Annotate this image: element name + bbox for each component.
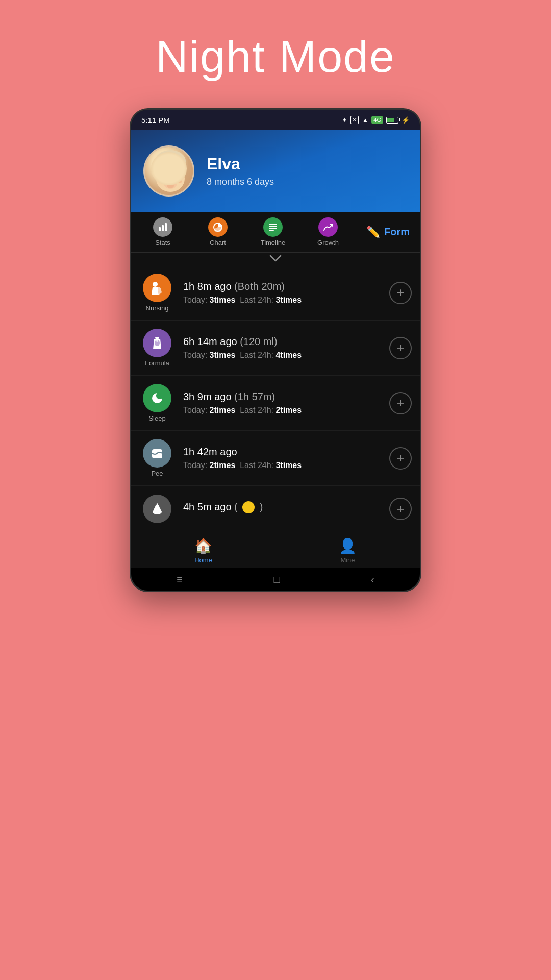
svg-point-0 [155,150,186,173]
formula-content: 6h 14m ago (120 ml) Today: 3times Last 2… [183,336,381,360]
svg-rect-14 [165,223,167,231]
svg-rect-19 [269,230,274,231]
android-home-button[interactable]: □ [273,574,280,585]
pee-add-button[interactable]: + [389,447,412,470]
battery-icon [386,117,398,124]
sleep-time: 3h 9m ago (1h 57m) [183,391,381,403]
mine-icon: 👤 [339,537,357,554]
baby-avatar-image [145,147,193,195]
nursing-label: Nursing [146,304,169,312]
list-item: Pee 1h 42m ago Today: 2times Last 24h: 3… [131,431,420,486]
activity-list: Nursing 1h 8m ago (Both 20m) Today: 3tim… [131,265,420,532]
formula-icon-wrap: Formula [139,329,175,367]
svg-point-4 [173,175,177,179]
growth-tab-label: Growth [317,239,339,247]
avatar [143,145,194,197]
svg-rect-18 [269,228,277,229]
pencil-icon: ✏️ [366,226,380,239]
svg-point-11 [176,179,182,183]
tab-timeline[interactable]: Timeline [245,212,300,253]
bottom-nav: 🏠 Home 👤 Mine [131,532,420,568]
nursing-stats: Today: 3times Last 24h: 3times [183,296,381,305]
svg-point-10 [159,179,165,183]
signal-icon: 4G [371,116,383,124]
tab-growth[interactable]: Growth [300,212,356,253]
svg-rect-16 [269,224,277,225]
form-button[interactable]: ✏️ Form [360,226,416,239]
mine-nav-label: Mine [340,556,355,564]
pee-icon-wrap: Pee [139,439,175,477]
sleep-icon-wrap: Sleep [139,384,175,422]
svg-point-9 [167,183,174,188]
phone-frame: 5:11 PM ✦ ✕ ▲ 4G ⚡ [130,108,421,592]
formula-add-button[interactable]: + [389,337,412,359]
home-nav-label: Home [194,556,212,564]
timeline-tab-label: Timeline [261,239,286,247]
pee-content: 1h 42m ago Today: 2times Last 24h: 3time… [183,446,381,470]
tab-chart[interactable]: Chart [190,212,245,253]
status-icons: ✦ ✕ ▲ 4G ⚡ [342,116,410,124]
list-item: 4h 5m ago ( ) + [131,486,420,532]
formula-icon [143,329,171,357]
tab-group: Stats Chart [135,212,356,253]
baby-info: Elva 8 months 6 days [207,155,408,187]
wifi-icon: ▲ [362,116,368,124]
chevron-row[interactable] [131,253,420,265]
list-item: Nursing 1h 8m ago (Both 20m) Today: 3tim… [131,265,420,321]
svg-rect-1 [155,169,186,174]
sleep-add-button[interactable]: + [389,392,412,414]
list-item: Sleep 3h 9m ago (1h 57m) Today: 2times L… [131,376,420,431]
form-button-label: Form [384,226,410,238]
baby-name: Elva [207,155,408,174]
growth-tab-icon [318,217,338,237]
stats-tab-icon [153,217,172,237]
svg-rect-13 [162,225,164,231]
nursing-content: 1h 8m ago (Both 20m) Today: 3times Last … [183,281,381,305]
tab-stats[interactable]: Stats [135,212,190,253]
sleep-icon [143,384,171,412]
sleep-stats: Today: 2times Last 24h: 2times [183,406,381,415]
nursing-time: 1h 8m ago (Both 20m) [183,281,381,292]
page-title: Night Mode [156,31,395,83]
pee-label: Pee [151,470,163,477]
timeline-tab-icon [263,217,283,237]
home-icon: 🏠 [194,537,212,554]
android-back-button[interactable]: ‹ [371,574,374,585]
pee-icon [143,439,171,468]
status-time: 5:11 PM [141,116,170,125]
sleep-content: 3h 9m ago (1h 57m) Today: 2times Last 24… [183,391,381,415]
formula-time: 6h 14m ago (120 ml) [183,336,381,348]
svg-rect-12 [159,227,161,231]
nav-tabs: Stats Chart [131,212,420,253]
svg-point-20 [153,282,158,287]
bottom-nav-home[interactable]: 🏠 Home [131,532,276,568]
nursing-icon-wrap: Nursing [139,274,175,312]
svg-point-5 [166,176,167,177]
formula-label: Formula [145,359,169,367]
poop-icon [143,495,171,523]
yellow-dot-indicator [242,501,255,513]
chart-tab-label: Chart [210,239,226,247]
formula-stats: Today: 3times Last 24h: 4times [183,351,381,360]
chart-tab-icon [208,217,228,237]
svg-rect-21 [155,337,159,339]
header-section: Elva 8 months 6 days [131,130,420,212]
bottom-nav-mine[interactable]: 👤 Mine [276,532,420,568]
svg-point-7 [169,179,172,181]
poop-content: 4h 5m ago ( ) [183,501,381,517]
flash-icon: ⚡ [402,116,410,124]
svg-point-3 [164,175,168,179]
svg-point-23 [156,340,158,342]
stats-tab-label: Stats [155,239,170,247]
tab-divider [358,219,358,245]
android-menu-button[interactable]: ≡ [177,574,183,585]
poop-add-button[interactable]: + [389,498,412,520]
nursing-icon [143,274,171,302]
baby-age: 8 months 6 days [207,177,408,187]
svg-point-6 [175,176,177,177]
nursing-add-button[interactable]: + [389,282,412,304]
android-nav-bar: ≡ □ ‹ [131,568,420,591]
list-item: Formula 6h 14m ago (120 ml) Today: 3time… [131,321,420,376]
poop-icon-wrap [139,495,175,523]
sim-icon: ✕ [350,116,359,124]
